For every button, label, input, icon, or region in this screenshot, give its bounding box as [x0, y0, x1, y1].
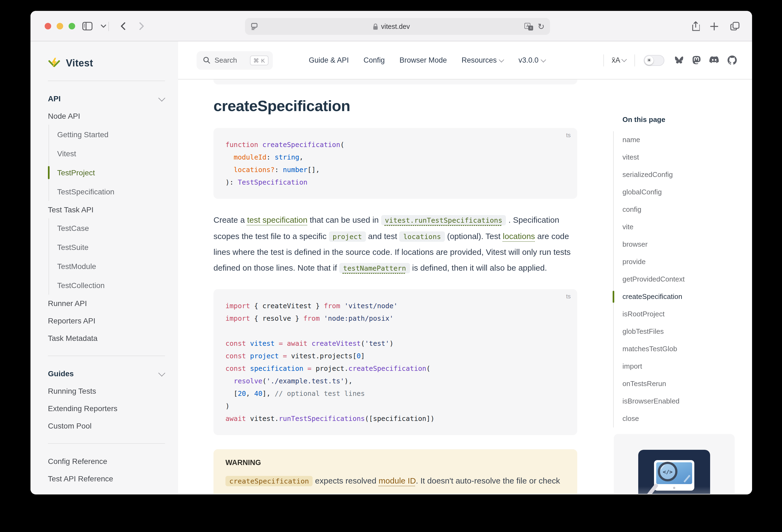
minimize-window-button[interactable]	[57, 23, 63, 29]
sidebar-item-label: API	[48, 94, 61, 103]
toc-item-matchestestglob[interactable]: matchesTestGlob	[614, 340, 740, 358]
sidebar-item-task-metadata[interactable]: Task Metadata	[48, 329, 165, 347]
sidebar-group-api[interactable]: API	[48, 90, 165, 107]
inline-code-link[interactable]: testNamePattern	[339, 263, 410, 272]
sidebar-item-label: TestCase	[57, 223, 89, 232]
sidebar-item-runner-api[interactable]: Runner API	[48, 294, 165, 312]
nav-link-label: Config	[363, 56, 385, 64]
warning-title: WARNING	[225, 459, 565, 467]
code-block-example[interactable]: ts import { createVitest } from 'vitest/…	[213, 289, 577, 435]
nav-link-config[interactable]: Config	[363, 56, 385, 64]
sidebar-item-testspecification[interactable]: TestSpecification	[57, 182, 165, 201]
sidebar-item-running-tests[interactable]: Running Tests	[48, 382, 165, 400]
url-text: vitest.dev	[258, 23, 525, 30]
sidebar-item-node-api[interactable]: Node API	[48, 107, 165, 125]
toc-item-getprovidedcontext[interactable]: getProvidedContext	[614, 271, 740, 288]
site-navbar: Search ⌘ K Guide & APIConfigBrowser Mode…	[178, 41, 752, 79]
chevron-down-icon	[541, 57, 546, 63]
sidebar-item-config-reference[interactable]: Config Reference	[48, 453, 165, 470]
sidebar-item-vitest[interactable]: Vitest	[57, 144, 165, 163]
sidebar-item-label: TestModule	[57, 262, 96, 270]
back-button[interactable]	[115, 19, 130, 34]
sidebar-item-label: TestCollection	[57, 281, 105, 289]
nav-link-resources[interactable]: Resources	[462, 56, 504, 64]
sidebar-item-label: Vitest	[57, 149, 76, 157]
sidebar-item-testmodule[interactable]: TestModule	[57, 256, 165, 276]
address-bar[interactable]: vitest.dev Ax ↻	[245, 18, 550, 35]
browser-toolbar: vitest.dev Ax ↻	[31, 11, 752, 41]
discord-icon[interactable]	[709, 56, 719, 64]
sponsor-card[interactable]: </>	[614, 434, 735, 494]
inline-code-link[interactable]: vitest.runTestSpecifications	[381, 215, 506, 224]
language-menu[interactable]: x̄A	[611, 56, 627, 64]
reload-icon[interactable]: ↻	[538, 22, 544, 31]
text-link[interactable]: module ID	[379, 476, 416, 485]
mastodon-icon[interactable]	[692, 56, 701, 65]
sidebar-item-label: Guides	[48, 369, 74, 378]
search-shortcut: ⌘ K	[250, 55, 269, 65]
sidebar-item-testsuite[interactable]: TestSuite	[57, 238, 165, 256]
sidebar-item-testproject[interactable]: TestProject	[57, 163, 165, 182]
toc-item-vitest[interactable]: vitest	[614, 149, 740, 166]
forward-button[interactable]	[134, 19, 149, 34]
share-icon[interactable]	[688, 19, 703, 34]
sidebar-item-label: Getting Started	[57, 130, 108, 139]
toc-item-globtestfiles[interactable]: globTestFiles	[614, 323, 740, 340]
search-box[interactable]: Search ⌘ K	[197, 51, 273, 69]
sidebar-item-label: Running Tests	[48, 387, 96, 395]
sidebar-group-guides[interactable]: Guides	[48, 365, 165, 382]
sidebar-item-getting started[interactable]: Getting Started	[57, 125, 165, 144]
toc-active-indicator	[613, 291, 614, 303]
code-block-signature[interactable]: ts function createSpecification( moduleI…	[213, 128, 577, 199]
toc-item-provide[interactable]: provide	[614, 253, 740, 271]
new-tab-icon[interactable]	[706, 19, 721, 34]
sidebar-item-label: Task Metadata	[48, 334, 98, 343]
sidebar-item-label: TestSuite	[57, 243, 88, 251]
sidebar-item-custom-pool[interactable]: Custom Pool	[48, 417, 165, 434]
toc-item-config[interactable]: config	[614, 201, 740, 218]
sidebar-item-test-task-api[interactable]: Test Task API	[48, 201, 165, 218]
toc-item-close[interactable]: close	[614, 410, 740, 427]
zoom-window-button[interactable]	[69, 23, 75, 29]
toc-item-ontestsrerun[interactable]: onTestsRerun	[614, 375, 740, 393]
toc-item-name[interactable]: name	[614, 131, 740, 149]
nav-link-v3.0.0[interactable]: v3.0.0	[519, 56, 546, 64]
text-link[interactable]: locations	[503, 231, 535, 240]
toc-item-serializedconfig[interactable]: serializedConfig	[614, 166, 740, 183]
sidebar-item-reporters-api[interactable]: Reporters API	[48, 312, 165, 329]
sidebar-item-label: Test API Reference	[48, 474, 113, 483]
brand[interactable]: Vitest	[48, 55, 165, 72]
sidebar-item-test-api-reference[interactable]: Test API Reference	[48, 470, 165, 487]
toc-item-isrootproject[interactable]: isRootProject	[614, 306, 740, 323]
nav-link-browser-mode[interactable]: Browser Mode	[399, 56, 447, 64]
toc-item-globalconfig[interactable]: globalConfig	[614, 183, 740, 201]
toc-item-createspecification[interactable]: createSpecification	[614, 288, 740, 306]
tab-overview-icon[interactable]	[727, 19, 742, 34]
sidebar-item-extending-reporters[interactable]: Extending Reporters	[48, 400, 165, 417]
reader-view-icon[interactable]	[245, 23, 258, 30]
browser-window: vitest.dev Ax ↻	[31, 11, 752, 494]
close-window-button[interactable]	[45, 23, 51, 29]
toc-item-vite[interactable]: vite	[614, 218, 740, 236]
github-icon[interactable]	[727, 56, 737, 65]
sidebar-toggle-icon[interactable]	[79, 19, 95, 34]
sidebar-item-label: TestSpecification	[57, 187, 114, 196]
code-lang-badge: ts	[566, 293, 571, 299]
translate-page-icon[interactable]: Ax	[525, 23, 533, 30]
inline-code: project	[329, 231, 366, 242]
sidebar-item-label: Config Reference	[48, 457, 107, 466]
sidebar-item-testcase[interactable]: TestCase	[57, 218, 165, 238]
text-link[interactable]: test specification	[247, 215, 308, 224]
sidebar-divider	[48, 443, 165, 444]
sidebar-item-testcollection[interactable]: TestCollection	[57, 276, 165, 294]
theme-toggle[interactable]: ☀	[644, 55, 664, 66]
bluesky-icon[interactable]	[674, 56, 684, 65]
nav-link-guide-api[interactable]: Guide & API	[309, 56, 349, 64]
brand-name: Vitest	[66, 58, 93, 69]
toc-item-isbrowserenabled[interactable]: isBrowserEnabled	[614, 393, 740, 410]
toc-item-browser[interactable]: browser	[614, 236, 740, 253]
previous-code-block-partial	[213, 79, 577, 84]
navbar-divider	[603, 54, 604, 66]
toolbar-divider	[108, 22, 109, 31]
toc-item-import[interactable]: import	[614, 358, 740, 375]
